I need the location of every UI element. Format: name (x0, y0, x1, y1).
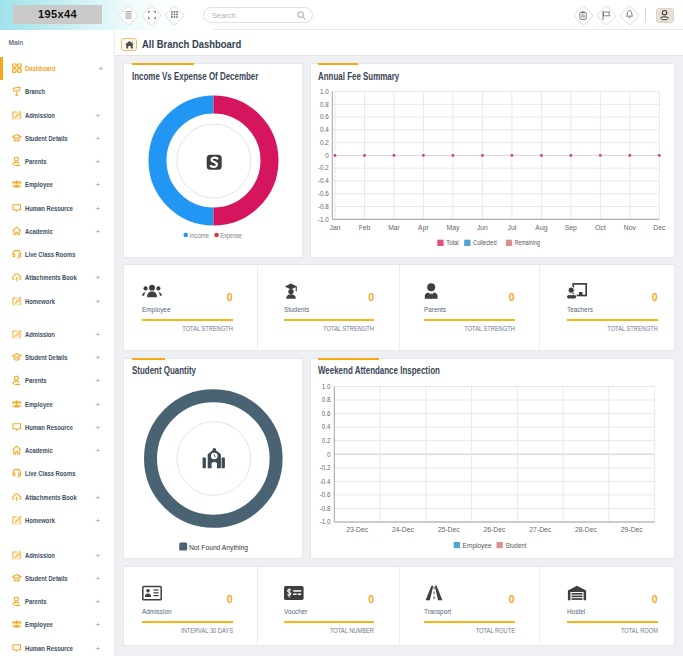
svg-text:-0.2: -0.2 (318, 164, 329, 171)
svg-text:0.4: 0.4 (322, 423, 331, 430)
svg-text:-1.0: -1.0 (320, 518, 331, 525)
svg-text:0: 0 (327, 451, 331, 458)
svg-text:Jan: Jan (330, 224, 341, 231)
svg-text:29-Dec: 29-Dec (621, 526, 644, 533)
svg-text:24-Dec: 24-Dec (392, 526, 415, 533)
svg-text:Jul: Jul (508, 224, 517, 231)
svg-text:Jun: Jun (477, 224, 488, 231)
svg-text:1.0: 1.0 (322, 383, 331, 390)
svg-text:Employee: Employee (463, 542, 492, 550)
svg-text:Income: Income (190, 232, 210, 239)
svg-text:Aug: Aug (535, 224, 547, 232)
svg-text:Feb: Feb (359, 224, 371, 231)
svg-text:-1.0: -1.0 (318, 216, 329, 223)
svg-text:Dec: Dec (653, 224, 666, 231)
svg-text:27-Dec: 27-Dec (529, 526, 552, 533)
svg-text:25-Dec: 25-Dec (438, 526, 461, 533)
svg-text:-0.4: -0.4 (318, 177, 329, 184)
svg-text:28-Dec: 28-Dec (575, 526, 598, 533)
svg-text:May: May (446, 224, 459, 232)
svg-text:Remaining: Remaining (515, 239, 540, 247)
svg-text:0.8: 0.8 (322, 396, 331, 403)
svg-text:0.2: 0.2 (320, 139, 329, 146)
svg-text:Mar: Mar (388, 224, 400, 231)
svg-text:0.8: 0.8 (320, 101, 329, 108)
svg-text:0.6: 0.6 (322, 410, 331, 417)
svg-text:Not Found Anything: Not Found Anything (189, 542, 248, 551)
svg-text:Apr: Apr (418, 224, 429, 232)
svg-text:Collected: Collected (473, 239, 497, 246)
svg-text:0.2: 0.2 (322, 437, 331, 444)
svg-text:-0.6: -0.6 (318, 190, 329, 197)
svg-text:26-Dec: 26-Dec (484, 526, 507, 533)
svg-text:0: 0 (325, 152, 329, 159)
svg-text:Student: Student (505, 542, 526, 549)
svg-text:Sep: Sep (565, 224, 577, 232)
svg-text:0.4: 0.4 (320, 126, 329, 133)
svg-text:Nov: Nov (624, 224, 637, 231)
svg-text:Total: Total (446, 239, 459, 246)
svg-text:-0.8: -0.8 (318, 203, 329, 210)
svg-text:-0.6: -0.6 (320, 491, 331, 498)
svg-text:-0.8: -0.8 (320, 505, 331, 512)
svg-text:Expense: Expense (220, 232, 242, 240)
svg-text:23-Dec: 23-Dec (346, 526, 369, 533)
svg-text:1.0: 1.0 (320, 88, 329, 95)
svg-text:-0.2: -0.2 (320, 464, 331, 471)
svg-text:0.6: 0.6 (320, 113, 329, 120)
svg-text:Oct: Oct (595, 224, 606, 231)
svg-text:-0.4: -0.4 (320, 478, 331, 485)
